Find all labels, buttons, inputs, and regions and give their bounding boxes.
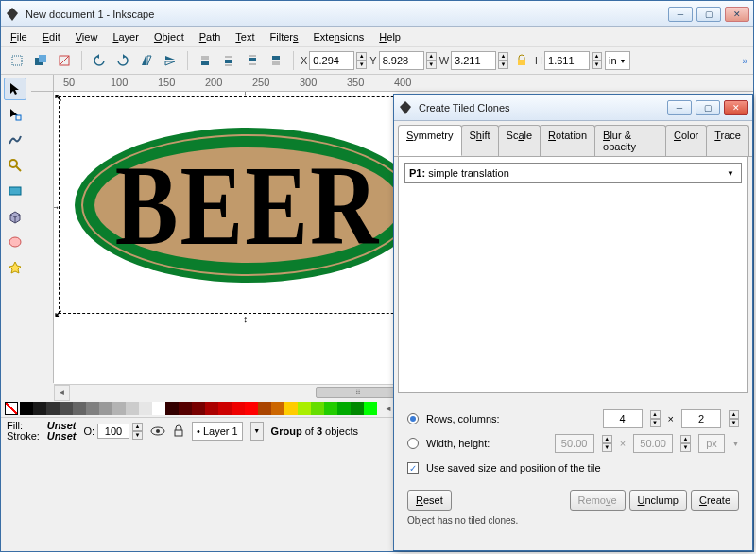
lock-aspect-button[interactable] (511, 50, 532, 71)
color-swatch[interactable] (99, 402, 112, 415)
menu-path[interactable]: Path (194, 31, 227, 43)
handle-n[interactable]: ↕ (243, 92, 254, 97)
color-swatch[interactable] (218, 402, 232, 415)
rotate-ccw-button[interactable] (89, 50, 110, 71)
menu-extensions[interactable]: Extensions (308, 31, 370, 43)
dialog-minimize-button[interactable]: ─ (667, 100, 692, 115)
color-swatch[interactable] (46, 402, 60, 415)
color-swatch[interactable] (139, 402, 152, 415)
cols-input[interactable] (681, 409, 721, 428)
color-swatch[interactable] (311, 402, 324, 415)
menu-layer[interactable]: Layer (107, 31, 145, 43)
color-swatch[interactable] (152, 402, 165, 415)
handle-sw[interactable]: ↙ (54, 307, 65, 319)
opacity-input[interactable] (97, 424, 129, 439)
rect-tool[interactable] (4, 180, 26, 202)
rows-spinner[interactable]: ▲▼ (650, 410, 661, 427)
color-swatch[interactable] (112, 402, 126, 415)
handle-w[interactable]: ↔ (54, 201, 61, 213)
create-button[interactable]: Create (691, 490, 739, 511)
color-swatch[interactable] (337, 402, 351, 415)
color-swatch[interactable] (86, 402, 99, 415)
color-swatch[interactable] (205, 402, 218, 415)
visibility-icon[interactable] (150, 425, 165, 437)
minimize-button[interactable]: ─ (668, 7, 693, 22)
reset-button[interactable]: Reset (407, 490, 452, 511)
node-tool[interactable] (4, 103, 26, 126)
handle-s[interactable]: ↕ (243, 313, 254, 324)
color-swatch[interactable] (33, 402, 46, 415)
deselect-button[interactable] (54, 50, 75, 71)
tweak-tool[interactable] (4, 129, 26, 151)
rows-input[interactable] (603, 409, 643, 428)
cols-spinner[interactable]: ▲▼ (729, 410, 739, 427)
color-swatch[interactable] (351, 402, 364, 415)
color-swatch[interactable] (179, 402, 192, 415)
color-swatch[interactable] (271, 402, 284, 415)
remove-button[interactable]: Remove (570, 490, 626, 511)
layer-selector[interactable]: •Layer 1 (192, 422, 243, 441)
zoom-tool[interactable] (4, 154, 26, 177)
symmetry-combo[interactable]: P1: simple translation ▼ (404, 163, 742, 183)
menu-filters[interactable]: Filters (265, 31, 304, 43)
raise-top-button[interactable] (266, 50, 286, 71)
menu-edit[interactable]: Edit (37, 31, 66, 43)
rotate-cw-button[interactable] (112, 50, 133, 71)
color-swatch[interactable] (245, 402, 258, 415)
opacity-spinner[interactable]: ▲▼ (132, 423, 143, 440)
lower-bottom-button[interactable] (195, 50, 215, 71)
y-spinner[interactable]: ▲▼ (426, 52, 437, 69)
handle-nw[interactable]: ↖ (54, 92, 65, 103)
menu-text[interactable]: Text (230, 31, 260, 43)
lower-button[interactable] (218, 50, 239, 71)
dialog-close-button[interactable]: ✕ (724, 100, 748, 115)
tab-blur[interactable]: Blur & opacity (594, 125, 666, 156)
tab-color[interactable]: Color (665, 125, 707, 156)
menu-view[interactable]: View (70, 31, 104, 43)
tab-shift[interactable]: Shift (461, 125, 499, 156)
color-swatch[interactable] (298, 402, 311, 415)
color-swatch[interactable] (192, 402, 205, 415)
color-swatch[interactable] (60, 402, 73, 415)
tab-scale[interactable]: Scale (498, 125, 541, 156)
select-all-button[interactable] (7, 50, 27, 71)
flip-v-button[interactable] (160, 50, 180, 71)
menu-object[interactable]: Object (148, 31, 190, 43)
tab-symmetry[interactable]: Symmetry (398, 125, 462, 156)
rows-cols-radio[interactable] (407, 413, 419, 424)
color-swatch[interactable] (126, 402, 139, 415)
x-spinner[interactable]: ▲▼ (356, 52, 367, 69)
selector-tool[interactable] (4, 78, 26, 100)
select-layers-button[interactable] (30, 50, 51, 71)
close-button[interactable]: ✕ (725, 7, 749, 22)
beer-label-artwork[interactable]: BEER (75, 128, 421, 283)
menu-file[interactable]: File (5, 31, 33, 43)
color-swatch[interactable] (20, 402, 33, 415)
no-color-swatch[interactable] (5, 402, 18, 415)
menu-help[interactable]: Help (373, 31, 406, 43)
unit-dropdown[interactable]: in▼ (605, 51, 630, 70)
dialog-titlebar[interactable]: Create Tiled Clones ─ ▢ ✕ (394, 95, 752, 121)
color-swatch[interactable] (324, 402, 337, 415)
3dbox-tool[interactable] (4, 205, 26, 228)
width-height-radio[interactable] (407, 438, 419, 449)
w-input[interactable]: 3.211 (451, 51, 496, 70)
w-spinner[interactable]: ▲▼ (498, 52, 508, 69)
ellipse-tool[interactable] (4, 231, 26, 253)
h-input[interactable]: 1.611 (544, 51, 590, 70)
color-swatch[interactable] (284, 402, 298, 415)
h-spinner[interactable]: ▲▼ (592, 52, 602, 69)
dialog-maximize-button[interactable]: ▢ (696, 100, 720, 115)
color-swatch[interactable] (364, 402, 377, 415)
star-tool[interactable] (4, 256, 26, 279)
color-swatch[interactable] (232, 402, 245, 415)
x-input[interactable]: 0.294 (309, 51, 354, 70)
tab-trace[interactable]: Trace (706, 125, 749, 156)
toolbar-overflow-button[interactable]: » (742, 56, 747, 66)
lock-icon[interactable] (173, 424, 184, 438)
layer-dropdown-button[interactable]: ▼ (250, 422, 264, 441)
unclump-button[interactable]: Unclump (629, 490, 687, 511)
raise-button[interactable] (242, 50, 263, 71)
tab-rotation[interactable]: Rotation (540, 125, 595, 156)
flip-h-button[interactable] (136, 50, 157, 71)
